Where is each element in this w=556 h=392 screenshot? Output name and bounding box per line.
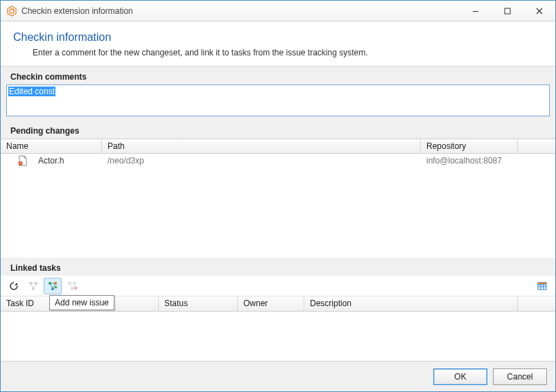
page-title: Checkin information [13,31,543,44]
refresh-button[interactable] [5,278,23,294]
pending-cell-name: Actor.h [33,156,102,166]
tooltip: Add new issue [49,295,114,310]
link-task-button[interactable] [24,278,42,294]
tasks-toolbar: Add new issue [1,276,555,296]
pending-col-name[interactable]: Name [1,139,102,153]
ok-button[interactable]: OK [433,368,487,385]
pending-grid-header: Name Path Repository [1,139,555,154]
unlink-task-icon [67,280,78,292]
linked-tasks-section: Linked tasks [1,258,555,361]
add-issue-icon [47,280,58,292]
window-root: Checkin extension information Checkin in… [0,0,556,392]
comments-section-label: Checkin comments [1,66,555,84]
svg-rect-2 [473,11,478,12]
comment-selected-text: Edited const [8,87,55,96]
titlebar[interactable]: Checkin extension information [1,1,555,21]
tasks-grid-body[interactable] [1,312,555,361]
cancel-button[interactable]: Cancel [493,368,547,385]
tasks-col-status[interactable]: Status [159,296,238,311]
svg-rect-3 [505,8,510,14]
table-row[interactable]: Actor.h /neo/d3xp info@localhost:8087 [1,154,555,168]
file-modified-icon [17,155,28,166]
pending-cell-path: /neo/d3xp [102,156,421,166]
pending-cell-repository: info@localhost:8087 [421,156,555,166]
svg-rect-5 [19,163,21,163]
svg-rect-13 [55,285,56,288]
minimize-button[interactable] [460,1,492,21]
tasks-col-description[interactable]: Description [304,296,518,311]
pending-grid-body[interactable]: Actor.h /neo/d3xp info@localhost:8087 [1,154,555,258]
unlink-task-button[interactable] [63,278,81,294]
page-subtitle: Enter a comment for the new changeset, a… [13,48,543,57]
pending-col-spacer [518,139,555,153]
calendar-columns-button[interactable] [533,278,551,294]
close-button[interactable] [523,1,555,21]
svg-marker-0 [8,6,16,16]
header-area: Checkin information Enter a comment for … [1,21,555,66]
app-icon [6,6,17,17]
pending-col-repository[interactable]: Repository [421,139,518,153]
refresh-icon [8,280,19,292]
pending-section-label: Pending changes [1,121,555,139]
linked-tasks-label: Linked tasks [1,258,555,276]
button-bar: OK Cancel [1,361,555,391]
comment-input[interactable]: Edited const [6,84,550,116]
comment-wrap: Edited const [1,84,555,121]
tasks-col-owner[interactable]: Owner [238,296,304,311]
maximize-button[interactable] [492,1,523,21]
add-issue-button[interactable] [44,278,62,294]
grid-icon [537,280,548,292]
link-task-icon [28,280,39,292]
tasks-col-spacer [518,296,555,311]
svg-rect-22 [538,283,546,284]
pending-col-path[interactable]: Path [102,139,421,153]
window-title: Checkin extension information [21,6,133,16]
